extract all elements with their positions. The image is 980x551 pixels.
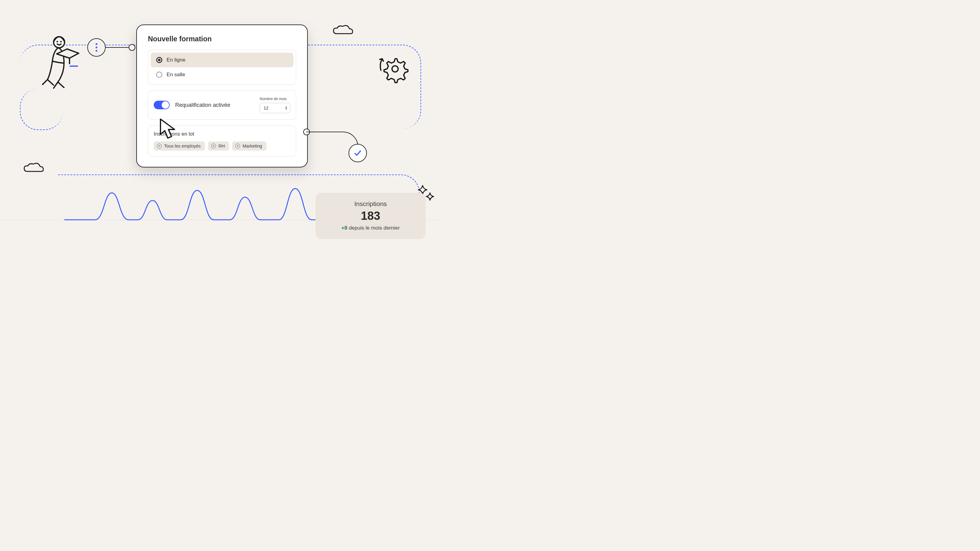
check-node [348, 144, 367, 162]
remove-tag-icon[interactable]: ✕ [235, 144, 240, 148]
stats-delta-value: +8 [342, 225, 347, 231]
tag-label: Marketing [243, 144, 262, 148]
stats-value: 183 [324, 210, 417, 222]
cloud-icon [23, 162, 45, 173]
months-stepper[interactable]: 12 ▲▼ [260, 103, 290, 113]
months-field-group: Nombre de mois 12 ▲▼ [260, 97, 290, 113]
bulk-title: Inscriptions en lot [154, 131, 290, 137]
remove-tag-icon[interactable]: ✕ [157, 144, 162, 148]
tag-list: ✕ Tous les employés ✕ RH ✕ Marketing [154, 141, 290, 151]
enrollment-stats-card: Inscriptions 183 +8 depuis le mois derni… [315, 193, 426, 239]
radio-selected-icon [156, 57, 162, 63]
card-title: Nouvelle formation [148, 35, 296, 43]
requalification-section: Requalification activée Nombre de mois 1… [148, 90, 296, 120]
tag-marketing[interactable]: ✕ Marketing [232, 141, 266, 151]
cloud-icon [332, 24, 354, 35]
radio-label: En salle [167, 71, 185, 78]
svg-point-5 [392, 66, 398, 72]
months-value: 12 [264, 106, 269, 111]
tag-all-employees[interactable]: ✕ Tous les employés [154, 141, 205, 151]
svg-point-1 [57, 41, 58, 43]
stats-delta: +8 depuis le mois dernier [324, 225, 417, 231]
stats-delta-suffix: depuis le mois dernier [347, 225, 400, 231]
radio-unselected-icon [156, 71, 162, 78]
gear-icon [377, 52, 410, 86]
mode-radio-group: En ligne En salle [148, 50, 296, 85]
enrollment-sparkline [64, 187, 318, 224]
new-training-card: Nouvelle formation En ligne En salle Req… [136, 24, 308, 167]
remove-tag-icon[interactable]: ✕ [211, 144, 216, 148]
radio-label: En ligne [167, 57, 185, 63]
person-illustration [41, 34, 84, 92]
check-icon [354, 149, 362, 157]
tag-label: Tous les employés [164, 144, 200, 148]
tag-label: RH [218, 144, 225, 148]
dashed-path-mid [20, 89, 63, 130]
stats-title: Inscriptions [324, 200, 417, 208]
radio-option-online[interactable]: En ligne [151, 52, 293, 67]
requalification-label: Requalification activée [175, 102, 254, 108]
svg-point-2 [60, 41, 62, 43]
more-options-node[interactable] [87, 38, 106, 57]
months-label: Nombre de mois [260, 97, 290, 101]
connector-dot-left [129, 44, 135, 51]
bulk-enrollment-section: Inscriptions en lot ✕ Tous les employés … [148, 125, 296, 156]
connector-line-left [106, 47, 130, 48]
requalification-toggle[interactable] [154, 101, 170, 109]
tag-hr[interactable]: ✕ RH [208, 141, 229, 151]
radio-option-classroom[interactable]: En salle [151, 67, 293, 82]
stepper-arrows-icon: ▲▼ [285, 106, 288, 110]
